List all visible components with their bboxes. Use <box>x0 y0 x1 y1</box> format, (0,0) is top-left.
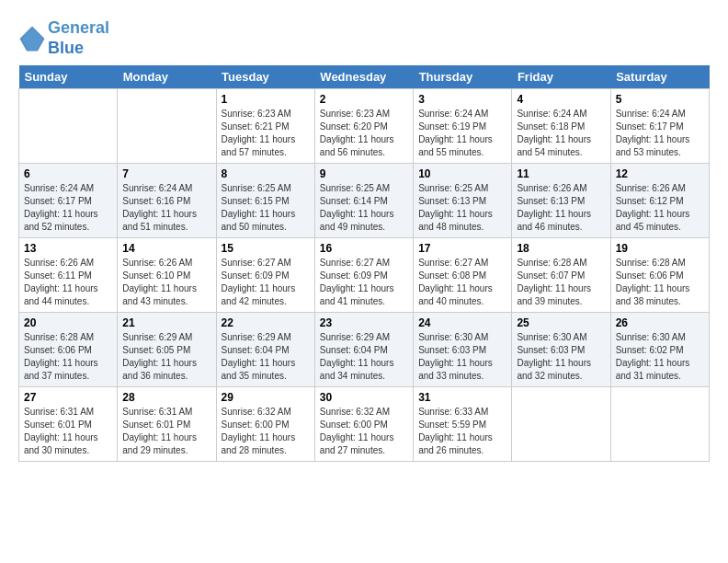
day-number: 13 <box>24 242 112 255</box>
calendar-cell <box>610 387 709 462</box>
day-info: Sunrise: 6:30 AM Sunset: 6:03 PM Dayligh… <box>517 331 605 383</box>
calendar-cell: 10Sunrise: 6:25 AM Sunset: 6:13 PM Dayli… <box>414 164 512 238</box>
day-info: Sunrise: 6:23 AM Sunset: 6:20 PM Dayligh… <box>320 108 408 159</box>
day-number: 2 <box>320 93 408 106</box>
day-info: Sunrise: 6:28 AM Sunset: 6:06 PM Dayligh… <box>24 331 112 383</box>
day-info: Sunrise: 6:28 AM Sunset: 6:06 PM Dayligh… <box>616 257 704 308</box>
day-number: 27 <box>24 391 112 404</box>
day-number: 8 <box>222 167 310 180</box>
day-info: Sunrise: 6:24 AM Sunset: 6:17 PM Dayligh… <box>24 182 112 234</box>
day-info: Sunrise: 6:28 AM Sunset: 6:07 PM Dayligh… <box>517 257 605 308</box>
weekday-header: Friday <box>512 65 610 89</box>
day-number: 20 <box>24 316 112 329</box>
day-info: Sunrise: 6:26 AM Sunset: 6:12 PM Dayligh… <box>616 182 704 234</box>
day-info: Sunrise: 6:27 AM Sunset: 6:09 PM Dayligh… <box>320 257 408 308</box>
calendar-cell: 22Sunrise: 6:29 AM Sunset: 6:04 PM Dayli… <box>216 313 314 387</box>
day-number: 24 <box>418 316 506 329</box>
calendar-cell: 15Sunrise: 6:27 AM Sunset: 6:09 PM Dayli… <box>216 238 314 313</box>
day-info: Sunrise: 6:33 AM Sunset: 5:59 PM Dayligh… <box>418 406 506 457</box>
day-number: 14 <box>122 242 210 255</box>
day-info: Sunrise: 6:25 AM Sunset: 6:14 PM Dayligh… <box>320 182 408 234</box>
day-number: 19 <box>616 242 704 255</box>
day-info: Sunrise: 6:23 AM Sunset: 6:21 PM Dayligh… <box>222 108 310 159</box>
calendar-cell: 30Sunrise: 6:32 AM Sunset: 6:00 PM Dayli… <box>314 387 413 462</box>
day-number: 3 <box>418 93 506 106</box>
day-number: 21 <box>122 316 210 329</box>
calendar-cell: 17Sunrise: 6:27 AM Sunset: 6:08 PM Dayli… <box>414 238 512 313</box>
calendar-cell: 5Sunrise: 6:24 AM Sunset: 6:17 PM Daylig… <box>610 89 709 164</box>
day-info: Sunrise: 6:24 AM Sunset: 6:17 PM Dayligh… <box>616 108 704 159</box>
weekday-header: Sunday <box>19 65 118 89</box>
calendar-cell: 4Sunrise: 6:24 AM Sunset: 6:18 PM Daylig… <box>512 89 610 164</box>
calendar-cell: 21Sunrise: 6:29 AM Sunset: 6:05 PM Dayli… <box>118 313 216 387</box>
calendar-week-row: 27Sunrise: 6:31 AM Sunset: 6:01 PM Dayli… <box>19 387 710 462</box>
day-number: 6 <box>24 167 112 180</box>
calendar-cell: 1Sunrise: 6:23 AM Sunset: 6:21 PM Daylig… <box>216 89 314 164</box>
day-info: Sunrise: 6:29 AM Sunset: 6:04 PM Dayligh… <box>320 331 408 383</box>
calendar-cell: 25Sunrise: 6:30 AM Sunset: 6:03 PM Dayli… <box>512 313 610 387</box>
calendar-cell: 12Sunrise: 6:26 AM Sunset: 6:12 PM Dayli… <box>610 164 709 238</box>
day-number: 9 <box>320 167 408 180</box>
day-info: Sunrise: 6:24 AM Sunset: 6:16 PM Dayligh… <box>122 182 210 234</box>
day-number: 7 <box>122 167 210 180</box>
calendar-cell: 7Sunrise: 6:24 AM Sunset: 6:16 PM Daylig… <box>118 164 216 238</box>
page-header: General Blue <box>18 18 710 58</box>
day-number: 1 <box>222 93 310 106</box>
calendar-week-row: 13Sunrise: 6:26 AM Sunset: 6:11 PM Dayli… <box>19 238 710 313</box>
calendar-cell: 28Sunrise: 6:31 AM Sunset: 6:01 PM Dayli… <box>118 387 216 462</box>
day-number: 10 <box>418 167 506 180</box>
day-info: Sunrise: 6:26 AM Sunset: 6:11 PM Dayligh… <box>24 257 112 308</box>
day-number: 31 <box>418 391 506 404</box>
calendar-cell: 3Sunrise: 6:24 AM Sunset: 6:19 PM Daylig… <box>414 89 512 164</box>
day-info: Sunrise: 6:30 AM Sunset: 6:03 PM Dayligh… <box>418 331 506 383</box>
day-info: Sunrise: 6:26 AM Sunset: 6:10 PM Dayligh… <box>122 257 210 308</box>
calendar-cell: 13Sunrise: 6:26 AM Sunset: 6:11 PM Dayli… <box>19 238 118 313</box>
day-info: Sunrise: 6:25 AM Sunset: 6:13 PM Dayligh… <box>418 182 506 234</box>
day-number: 23 <box>320 316 408 329</box>
day-info: Sunrise: 6:27 AM Sunset: 6:09 PM Dayligh… <box>222 257 310 308</box>
calendar-cell: 23Sunrise: 6:29 AM Sunset: 6:04 PM Dayli… <box>314 313 413 387</box>
calendar-cell: 19Sunrise: 6:28 AM Sunset: 6:06 PM Dayli… <box>610 238 709 313</box>
day-number: 15 <box>222 242 310 255</box>
calendar-table: SundayMondayTuesdayWednesdayThursdayFrid… <box>18 65 710 462</box>
calendar-week-row: 6Sunrise: 6:24 AM Sunset: 6:17 PM Daylig… <box>19 164 710 238</box>
day-number: 30 <box>320 391 408 404</box>
weekday-header: Thursday <box>414 65 512 89</box>
calendar-cell: 20Sunrise: 6:28 AM Sunset: 6:06 PM Dayli… <box>19 313 118 387</box>
day-number: 12 <box>616 167 704 180</box>
weekday-header: Monday <box>118 65 216 89</box>
calendar-cell: 6Sunrise: 6:24 AM Sunset: 6:17 PM Daylig… <box>19 164 118 238</box>
day-info: Sunrise: 6:27 AM Sunset: 6:08 PM Dayligh… <box>418 257 506 308</box>
day-info: Sunrise: 6:31 AM Sunset: 6:01 PM Dayligh… <box>122 406 210 457</box>
day-number: 22 <box>222 316 310 329</box>
calendar-cell: 26Sunrise: 6:30 AM Sunset: 6:02 PM Dayli… <box>610 313 709 387</box>
weekday-header-row: SundayMondayTuesdayWednesdayThursdayFrid… <box>19 65 710 89</box>
logo-text: General Blue <box>48 18 109 58</box>
calendar-cell: 2Sunrise: 6:23 AM Sunset: 6:20 PM Daylig… <box>314 89 413 164</box>
day-number: 29 <box>222 391 310 404</box>
day-number: 26 <box>616 316 704 329</box>
weekday-header: Tuesday <box>216 65 314 89</box>
day-info: Sunrise: 6:24 AM Sunset: 6:18 PM Dayligh… <box>517 108 605 159</box>
day-number: 17 <box>418 242 506 255</box>
calendar-cell: 11Sunrise: 6:26 AM Sunset: 6:13 PM Dayli… <box>512 164 610 238</box>
day-info: Sunrise: 6:30 AM Sunset: 6:02 PM Dayligh… <box>616 331 704 383</box>
day-info: Sunrise: 6:24 AM Sunset: 6:19 PM Dayligh… <box>418 108 506 159</box>
day-info: Sunrise: 6:29 AM Sunset: 6:05 PM Dayligh… <box>122 331 210 383</box>
calendar-cell: 8Sunrise: 6:25 AM Sunset: 6:15 PM Daylig… <box>216 164 314 238</box>
calendar-cell <box>19 89 118 164</box>
day-info: Sunrise: 6:26 AM Sunset: 6:13 PM Dayligh… <box>517 182 605 234</box>
day-info: Sunrise: 6:29 AM Sunset: 6:04 PM Dayligh… <box>222 331 310 383</box>
day-number: 16 <box>320 242 408 255</box>
calendar-cell: 29Sunrise: 6:32 AM Sunset: 6:00 PM Dayli… <box>216 387 314 462</box>
day-number: 11 <box>517 167 605 180</box>
logo: General Blue <box>18 18 109 58</box>
day-number: 5 <box>616 93 704 106</box>
calendar-cell: 24Sunrise: 6:30 AM Sunset: 6:03 PM Dayli… <box>414 313 512 387</box>
day-number: 25 <box>517 316 605 329</box>
day-info: Sunrise: 6:32 AM Sunset: 6:00 PM Dayligh… <box>320 406 408 457</box>
day-info: Sunrise: 6:31 AM Sunset: 6:01 PM Dayligh… <box>24 406 112 457</box>
calendar-week-row: 1Sunrise: 6:23 AM Sunset: 6:21 PM Daylig… <box>19 89 710 164</box>
weekday-header: Wednesday <box>314 65 413 89</box>
calendar-cell: 18Sunrise: 6:28 AM Sunset: 6:07 PM Dayli… <box>512 238 610 313</box>
